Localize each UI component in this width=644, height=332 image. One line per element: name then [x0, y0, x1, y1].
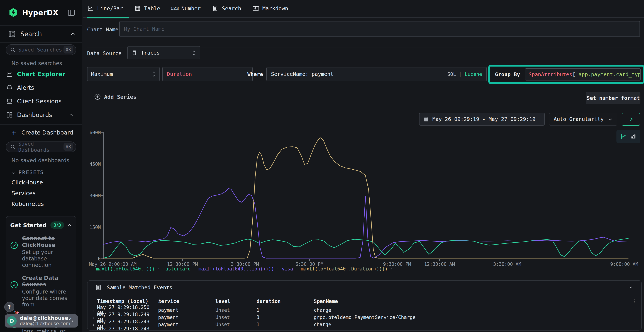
dashboard-icon	[6, 111, 13, 118]
run-query-button[interactable]	[622, 113, 640, 126]
tab-markdown[interactable]: Markdown	[252, 0, 288, 17]
preset-item-services[interactable]: Services	[12, 190, 82, 196]
user-team: dale@clickhouse.com's	[20, 321, 71, 326]
search-doc-icon	[8, 30, 16, 38]
add-series-button[interactable]: Add Series	[94, 94, 136, 100]
sidebar-item-dashboards[interactable]: Dashboards	[0, 109, 82, 121]
column-resize-handle[interactable]: ⋮	[314, 298, 318, 304]
y-axis-tick-label: 300M	[84, 193, 101, 198]
expand-row-icon[interactable]	[88, 308, 96, 312]
cell-level: Unset	[216, 322, 256, 327]
expand-row-icon[interactable]	[88, 315, 96, 319]
cell-service: payment	[158, 314, 216, 320]
expand-row-icon[interactable]	[88, 330, 96, 330]
user-menu[interactable]: D dale@clickhouse.com dale@clickhouse.co…	[5, 314, 78, 328]
number-icon: 123	[172, 5, 178, 12]
updown-chevrons-icon	[152, 71, 156, 77]
column-resize-handle[interactable]: ⋮	[215, 298, 220, 304]
events-table-header: Timestamp (Local)serviceleveldurationSpa…	[88, 296, 641, 306]
set-number-format-button[interactable]: Set number format	[586, 92, 640, 104]
cell-duration: 1	[256, 322, 314, 327]
group-by-bracket: [	[572, 71, 575, 78]
preset-item-kubernetes[interactable]: Kubernetes	[12, 200, 82, 207]
plus-icon: +	[11, 129, 16, 136]
granularity-select[interactable]: Auto Granularity	[549, 113, 617, 126]
divider	[87, 90, 640, 90]
help-button[interactable]: ?	[4, 302, 14, 312]
presets-toggle[interactable]: PRESETS	[12, 170, 82, 175]
aggregation-select[interactable]: Maximum	[87, 67, 160, 81]
column-header-spanname[interactable]: SpanName	[314, 298, 641, 304]
table-row[interactable]: May 27 9:29:18.249 AMpaymentUnset3grpc.o…	[88, 314, 641, 321]
x-axis-tick-label: 12:30:00 AM	[424, 262, 455, 267]
line-chart-icon	[87, 5, 94, 12]
column-header-level[interactable]: level	[216, 298, 256, 304]
doc-list-icon	[212, 5, 218, 12]
create-dashboard-label: Create Dashboard	[22, 129, 73, 136]
create-dashboard-button[interactable]: + Create Dashboard	[11, 129, 82, 136]
doc-list-icon	[95, 284, 102, 290]
y-axis-tick-label: 150M	[84, 225, 101, 230]
chevron-up-icon[interactable]	[69, 112, 74, 117]
search-icon	[10, 144, 16, 150]
legend-segment: maxIf(toFloat640..tion)))))	[198, 266, 274, 272]
granularity-value: Auto Granularity	[554, 116, 604, 122]
group-by-input[interactable]: SpanAttributes['app.payment.card_type']	[525, 68, 640, 80]
sidebar-item-alerts[interactable]: Alerts	[0, 82, 82, 94]
legend-segment: maxIf(toFloat640..)))	[96, 266, 155, 272]
column-resize-handle[interactable]: ⋮	[632, 298, 637, 304]
chart-legend[interactable]: —maxIf(toFloat640..)))·mastercard—maxIf(…	[91, 266, 393, 272]
x-axis-tick	[182, 259, 183, 261]
cell-service: payment	[158, 322, 216, 327]
saved-dashboards-input[interactable]: Saved Dashboards ⌘K	[6, 142, 76, 152]
data-source-label: Data Source	[87, 50, 122, 56]
column-resize-handle[interactable]: ⋮	[157, 298, 162, 304]
cell-timestamp: May 27 9:29:18.243 AM	[96, 326, 158, 330]
table-row[interactable]: May 27 9:29:18.243 AMpaymentUnset1charge	[88, 321, 641, 328]
data-source-value: Traces	[141, 50, 160, 56]
tab-table[interactable]: Table	[134, 0, 160, 17]
y-axis-tick-label: 600M	[84, 130, 101, 135]
divider	[0, 124, 82, 125]
legend-segment: —	[193, 266, 196, 272]
field-value: Duration	[167, 71, 192, 77]
preset-item-clickhouse[interactable]: ClickHouse	[12, 179, 82, 186]
group-by-key: 'app.payment.card_type'	[576, 71, 640, 78]
data-source-select[interactable]: Traces	[127, 46, 200, 60]
column-resize-handle[interactable]: ⋮	[256, 298, 260, 304]
tab-number[interactable]: 123Number	[172, 0, 201, 17]
tab-line-bar[interactable]: Line/Bar	[87, 0, 123, 17]
cell-span_name: grpc.oteldemo.PaymentService/Charge	[314, 329, 641, 331]
column-header-duration[interactable]: duration	[256, 298, 314, 304]
get-started-item[interactable]: Create Data SourcesConfigure where your …	[10, 275, 72, 308]
chevron-up-icon[interactable]	[70, 31, 76, 37]
sidebar-section-search[interactable]: Search	[0, 26, 82, 42]
tab-bar: Line/BarTable123NumberSearchMarkdown	[83, 0, 644, 18]
where-value: ServiceName: payment	[271, 71, 334, 77]
presets-label: PRESETS	[18, 170, 44, 175]
column-header-service[interactable]: service	[158, 298, 216, 304]
cell-duration: 1	[256, 329, 314, 331]
get-started-item[interactable]: Connect to ClickHouseSet up your databas…	[10, 235, 72, 268]
table-row[interactable]: May 27 9:29:18.250 AMpaymentUnset1charge	[88, 306, 641, 314]
where-input[interactable]: ServiceName: payment SQL | Lucene	[266, 67, 487, 81]
collapse-sidebar-icon[interactable]	[67, 8, 76, 17]
field-input[interactable]: Duration	[162, 67, 253, 81]
lucene-mode-button[interactable]: Lucene	[464, 71, 482, 77]
sidebar-item-client-sessions[interactable]: Client Sessions	[0, 95, 82, 107]
table-row[interactable]: May 27 9:29:18.243 AMpaymentUnset1grpc.o…	[88, 328, 641, 330]
legend-segment: —	[296, 266, 298, 272]
no-saved-searches-text: No saved searches	[12, 60, 82, 66]
sql-mode-button[interactable]: SQL	[447, 71, 456, 77]
sidebar-item-chart-explorer[interactable]: Chart Explorer	[0, 68, 82, 80]
chart-name-input[interactable]: My Chart Name	[119, 21, 640, 37]
date-range-picker[interactable]: May 26 09:29:19 - May 27 09:29:19	[419, 113, 545, 126]
chart-type-toggle[interactable]	[616, 130, 640, 143]
tab-search[interactable]: Search	[212, 0, 241, 17]
chevron-up-icon[interactable]	[67, 223, 72, 228]
column-header-timestamp-local-[interactable]: Timestamp (Local)	[96, 298, 158, 304]
sample-matched-events-card: Sample Matched Events Timestamp (Local)s…	[87, 280, 642, 330]
saved-searches-input[interactable]: Saved Searches ⌘K	[6, 44, 76, 55]
expand-row-icon[interactable]	[88, 322, 96, 326]
chevron-up-icon[interactable]	[629, 285, 634, 290]
